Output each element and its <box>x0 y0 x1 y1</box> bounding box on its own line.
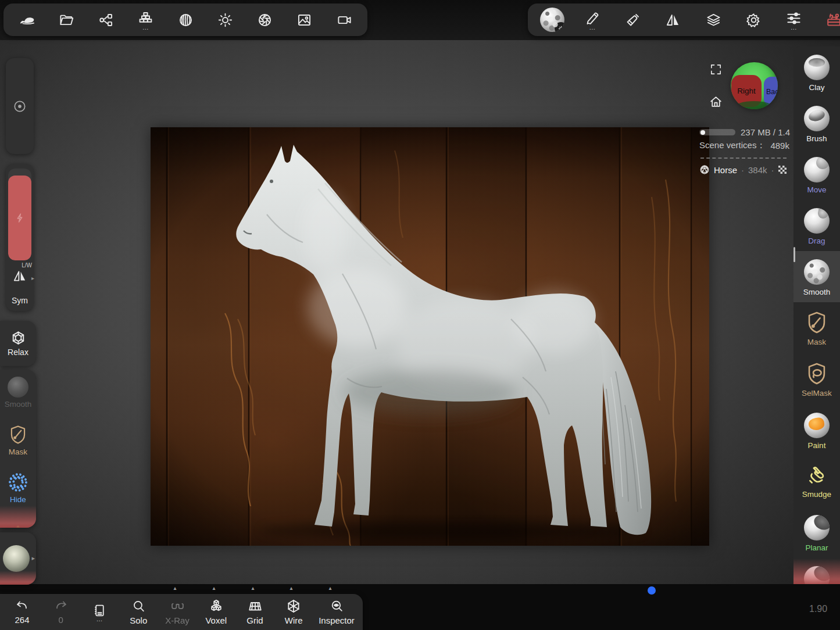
inspector-eye-icon <box>330 599 344 614</box>
left-tool-mask[interactable]: Mask <box>0 417 36 465</box>
symmetry-toggle[interactable]: L/W ▸ Sym <box>6 262 34 307</box>
stroke-button[interactable]: … <box>577 10 607 29</box>
inspector-button[interactable]: Inspector <box>317 599 356 625</box>
grid-plane-icon <box>248 599 263 614</box>
display-options-button[interactable]: … <box>779 10 809 29</box>
grid-button[interactable]: Grid <box>240 599 270 625</box>
layers-stack-icon <box>706 12 721 28</box>
settings-button[interactable] <box>738 12 768 28</box>
radius-icon <box>12 99 27 114</box>
background-button[interactable] <box>289 12 320 28</box>
tool-clay[interactable]: Clay <box>793 46 840 98</box>
tool-label: Paint <box>808 441 826 450</box>
relax-tool[interactable]: Relax <box>0 321 36 366</box>
left-tool-gizmo-partial[interactable] <box>0 513 36 528</box>
paintbrush-icon <box>625 12 641 28</box>
voxel-caret-icon[interactable]: ▴ <box>210 585 218 591</box>
tool-label: Mask <box>807 338 826 346</box>
xray-caret-icon[interactable]: ▴ <box>171 585 179 591</box>
history-button[interactable]: … <box>85 603 115 621</box>
clay-tool-icon <box>804 55 830 80</box>
tool-sidebar-scrollbar[interactable] <box>793 247 795 262</box>
layers-button[interactable] <box>698 12 728 28</box>
redo-button[interactable]: 0 <box>46 599 76 625</box>
folder-icon <box>59 12 74 28</box>
symmetry-button[interactable] <box>658 12 688 28</box>
home-view-button[interactable] <box>709 95 723 112</box>
matcap-sphere-icon <box>3 545 30 572</box>
tool-planar[interactable]: Planar <box>793 507 840 558</box>
tool-paint[interactable]: Paint <box>793 405 840 456</box>
undo-button[interactable]: 264 <box>7 599 37 625</box>
scene-graph-button[interactable] <box>91 12 121 28</box>
wire-button[interactable]: Wire <box>278 599 309 625</box>
redo-icon <box>53 599 69 613</box>
canvas-viewport[interactable] <box>151 127 709 546</box>
tool-brush[interactable]: Brush <box>793 98 840 149</box>
mask-shield-icon <box>805 310 828 335</box>
tool-smooth[interactable]: Smooth <box>793 251 840 302</box>
matcap-material-button[interactable]: ▸ <box>0 532 36 585</box>
tool-selmask[interactable]: SelMask <box>793 353 840 405</box>
fullscreen-button[interactable] <box>709 63 723 78</box>
memory-row: 237 MB / 1.4 <box>699 127 793 137</box>
matcap-scroll-fade <box>0 571 36 585</box>
tool-sidebar: Clay Brush Move Drag Smooth Mask <box>793 46 840 584</box>
scene-vertices-row: Scene vertices： 489k <box>699 140 793 151</box>
planar-tool-icon <box>804 515 830 540</box>
tool-label: Brush <box>806 134 827 143</box>
brush-settings-badge[interactable] <box>555 22 564 32</box>
dot-separator: · <box>741 165 744 175</box>
wire-label: Wire <box>285 615 303 625</box>
files-button[interactable] <box>51 12 81 28</box>
inspector-caret-icon[interactable]: ▴ <box>326 585 334 591</box>
postprocess-button[interactable] <box>250 12 280 28</box>
icosphere-icon <box>699 164 710 175</box>
current-tool-button[interactable] <box>537 8 567 32</box>
xray-button[interactable]: X-Ray <box>162 599 192 625</box>
xray-label: X-Ray <box>165 615 190 625</box>
dot-separator: · <box>771 165 774 175</box>
scene-stats: 237 MB / 1.4 Scene vertices： 489k Horse … <box>699 127 793 175</box>
solo-magnifier-icon <box>131 599 146 614</box>
grid-caret-icon[interactable]: ▴ <box>249 585 257 591</box>
scene-render <box>151 127 709 546</box>
tool-drag[interactable]: Drag <box>793 200 840 251</box>
debug-toolbox-button[interactable] <box>819 12 840 28</box>
lighting-button[interactable] <box>210 12 240 28</box>
orientation-gizmo[interactable]: Right Back <box>731 62 778 109</box>
symmetry-expand-arrow[interactable]: ▸ <box>31 275 34 281</box>
tool-label: Smudge <box>802 490 831 499</box>
object-vertex-count: 384k <box>748 165 767 175</box>
node-graph-icon <box>98 12 114 28</box>
tool-move[interactable]: Move <box>793 149 840 200</box>
smooth-label: Smooth <box>5 400 32 409</box>
wire-caret-icon[interactable]: ▴ <box>287 585 295 591</box>
primitives-button[interactable]: … <box>131 10 161 29</box>
transparency-checker-icon[interactable] <box>778 166 787 174</box>
solo-label: Solo <box>130 615 147 625</box>
tool-mask[interactable]: Mask <box>793 302 840 353</box>
matcap-expand-arrow[interactable]: ▸ <box>31 554 35 562</box>
video-camera-icon <box>337 12 352 28</box>
object-row[interactable]: Horse · 384k · <box>699 164 793 175</box>
intensity-slider[interactable] <box>8 169 31 260</box>
radius-slider[interactable] <box>6 58 34 154</box>
toolbox-icon <box>825 12 840 28</box>
stats-divider <box>700 158 787 159</box>
app-menu-button[interactable] <box>12 12 42 27</box>
camera-button[interactable] <box>329 12 359 28</box>
tool-smudge[interactable]: Smudge <box>793 456 840 507</box>
stylus-cursor-dot <box>648 586 656 595</box>
mask-shield-icon <box>8 424 28 445</box>
redo-count: 0 <box>59 615 63 625</box>
painting-button[interactable] <box>618 12 648 28</box>
left-tool-hide[interactable]: Hide <box>0 465 36 513</box>
tool-next-partial[interactable] <box>793 558 840 584</box>
material-button[interactable] <box>170 12 201 28</box>
solo-button[interactable]: Solo <box>123 599 153 625</box>
voxel-button[interactable]: Voxel <box>201 599 231 625</box>
scene-vertices-value: 489k <box>770 141 789 151</box>
intensity-slider-fill[interactable] <box>8 176 31 260</box>
left-tool-smooth[interactable]: Smooth <box>0 370 36 417</box>
